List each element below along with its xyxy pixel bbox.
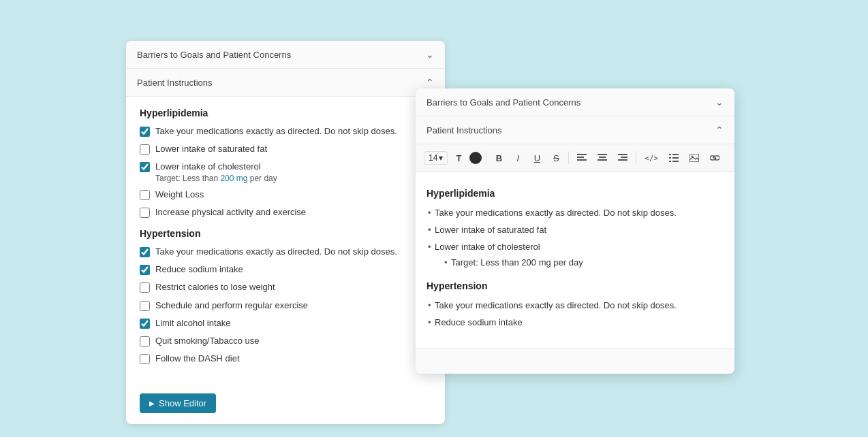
toolbar-separator-2 — [568, 152, 569, 164]
toolbar-separator-1 — [486, 152, 486, 164]
patient-instructions-body-back: Hyperlipidemia Take your medications exa… — [126, 97, 445, 385]
list-item: Schedule and perform regular exercise — [140, 300, 431, 312]
checkbox-label-ht2: Reduce sodium intake — [155, 263, 243, 276]
svg-rect-10 — [618, 159, 627, 161]
checkbox-label-ht3: Restrict calories to lose weight — [155, 281, 275, 293]
list-item: Reduce sodium intake — [140, 263, 431, 276]
svg-rect-8 — [618, 154, 627, 155]
align-center-button[interactable] — [593, 150, 611, 166]
checkbox-label-ht5: Limit alcohol intake — [155, 317, 231, 329]
align-left-button[interactable] — [573, 150, 591, 166]
checkbox-ht5[interactable] — [140, 319, 150, 329]
checkbox-label-ht1: Take your medications exactly as directe… — [155, 246, 397, 258]
hypertension-group-back: Hypertension Take your medications exact… — [140, 228, 431, 365]
svg-rect-0 — [577, 154, 587, 155]
patient-instructions-header-front[interactable]: Patient Instructions ⌃ — [416, 116, 734, 144]
hypertension-title-back: Hypertension — [140, 228, 431, 239]
patient-instructions-header-back[interactable]: Patient Instructions ⌃ — [126, 69, 445, 97]
checkbox-label-hl2: Lower intake of saturated fat — [155, 143, 267, 155]
barriers-label-back: Barriers to Goals and Patient Concerns — [137, 50, 291, 60]
checkbox-ht6[interactable] — [140, 336, 150, 346]
list-item: Lower intake of saturated fat — [427, 223, 724, 238]
checkbox-label-ht6: Quit smoking/Tabacco use — [155, 335, 259, 347]
svg-rect-1 — [577, 157, 584, 158]
checkbox-ht1[interactable] — [140, 247, 150, 257]
checkbox-hl4[interactable] — [140, 190, 150, 200]
hyperlipidemia-title-back: Hyperlipidemia — [140, 108, 431, 118]
editor-hyperlipidemia-title: Hyperlipidemia — [427, 186, 724, 201]
editor-hypertension-list: Take your medications exactly as directe… — [427, 299, 724, 330]
patient-instructions-label-front: Patient Instructions — [427, 125, 502, 135]
align-right-button[interactable] — [614, 150, 632, 166]
barriers-label-front: Barriers to Goals and Patient Concerns — [427, 97, 580, 108]
svg-rect-14 — [669, 157, 671, 159]
hyperlipidemia-group-back: Hyperlipidemia Take your medications exa… — [140, 108, 431, 218]
svg-rect-15 — [672, 157, 679, 159]
back-card: Barriers to Goals and Patient Concerns ⌄… — [126, 41, 445, 424]
patient-instructions-label-back: Patient Instructions — [137, 78, 213, 88]
list-item: Take your medications exactly as directe… — [427, 206, 724, 221]
image-button[interactable] — [685, 150, 703, 166]
checkbox-ht3[interactable] — [140, 282, 150, 293]
svg-rect-16 — [669, 161, 671, 162]
list-button[interactable] — [665, 150, 683, 166]
checkbox-label-ht7: Follow the DASH diet — [155, 353, 240, 365]
font-size-chevron-icon: ▾ — [439, 153, 443, 163]
italic-button[interactable]: I — [510, 150, 526, 166]
checkbox-hl1[interactable] — [140, 127, 150, 137]
list-item: Increase physical activity and exercise — [140, 206, 431, 218]
font-size-value: 14 — [429, 153, 437, 163]
list-item: Reduce sodium intake — [427, 316, 724, 330]
svg-rect-13 — [672, 154, 679, 155]
checkbox-hl5[interactable] — [140, 208, 150, 218]
font-family-button[interactable]: T — [450, 150, 467, 166]
editor-content[interactable]: Hyperlipidemia Take your medications exa… — [416, 172, 734, 348]
svg-rect-5 — [599, 157, 606, 158]
list-item: Take your medications exactly as directe… — [140, 246, 431, 258]
chevron-down-icon-barriers-front: ⌄ — [715, 97, 724, 108]
list-item: Target: Less than 200 mg per day — [435, 256, 724, 270]
list-item: Quit smoking/Tabacco use — [140, 335, 431, 347]
bold-button[interactable]: B — [491, 150, 507, 166]
list-item: Take your medications exactly as directe… — [140, 125, 431, 137]
font-size-selector[interactable]: 14 ▾ — [424, 151, 448, 165]
list-item: Lower intake of saturated fat — [140, 143, 431, 155]
toolbar-separator-3 — [636, 152, 636, 164]
barriers-header-front[interactable]: Barriers to Goals and Patient Concerns ⌄ — [416, 88, 734, 116]
svg-rect-4 — [598, 154, 607, 155]
list-item: Lower intake of cholesterol Target: Less… — [427, 240, 724, 270]
checkbox-ht7[interactable] — [140, 354, 150, 364]
chevron-up-icon-pi-front: ⌃ — [715, 125, 724, 135]
checkbox-label-hl5: Increase physical activity and exercise — [155, 206, 306, 218]
checkbox-label-ht4: Schedule and perform regular exercise — [155, 300, 308, 312]
checkbox-hl3[interactable] — [140, 162, 150, 172]
checkbox-label-hl4: Weight Loss — [155, 189, 204, 201]
list-item: Weight Loss — [140, 189, 431, 201]
list-item: Limit alcohol intake — [140, 317, 431, 329]
chevron-down-icon-barriers-back: ⌄ — [426, 49, 434, 60]
svg-rect-2 — [577, 159, 587, 161]
svg-rect-12 — [669, 154, 671, 155]
front-card: Barriers to Goals and Patient Concerns ⌄… — [416, 88, 734, 374]
strikethrough-button[interactable]: S — [548, 150, 564, 166]
svg-rect-17 — [672, 161, 679, 162]
list-item: Restrict calories to lose weight — [140, 281, 431, 293]
underline-button[interactable]: U — [529, 150, 545, 166]
list-item: Take your medications exactly as directe… — [427, 299, 724, 313]
list-item: Follow the DASH diet — [140, 353, 431, 365]
chevron-up-icon-pi-back: ⌃ — [426, 77, 434, 88]
checkbox-ht4[interactable] — [140, 301, 150, 311]
checkbox-label-hl3: Lower intake of cholesterol Target: Less… — [155, 161, 277, 182]
checkbox-ht2[interactable] — [140, 265, 150, 275]
checkbox-label-hl1: Take your medications exactly as directe… — [155, 125, 397, 137]
code-button[interactable]: </> — [640, 150, 662, 166]
barriers-header-back[interactable]: Barriers to Goals and Patient Concerns ⌄ — [126, 41, 445, 69]
checkbox-hl2[interactable] — [140, 144, 150, 155]
link-button[interactable] — [706, 150, 724, 166]
svg-rect-6 — [598, 159, 607, 161]
editor-footer — [416, 348, 734, 374]
list-item: Lower intake of cholesterol Target: Less… — [140, 161, 431, 182]
show-editor-button[interactable]: Show Editor — [140, 393, 216, 413]
editor-hyperlipidemia-list: Take your medications exactly as directe… — [427, 206, 724, 270]
text-color-button[interactable] — [469, 152, 482, 164]
